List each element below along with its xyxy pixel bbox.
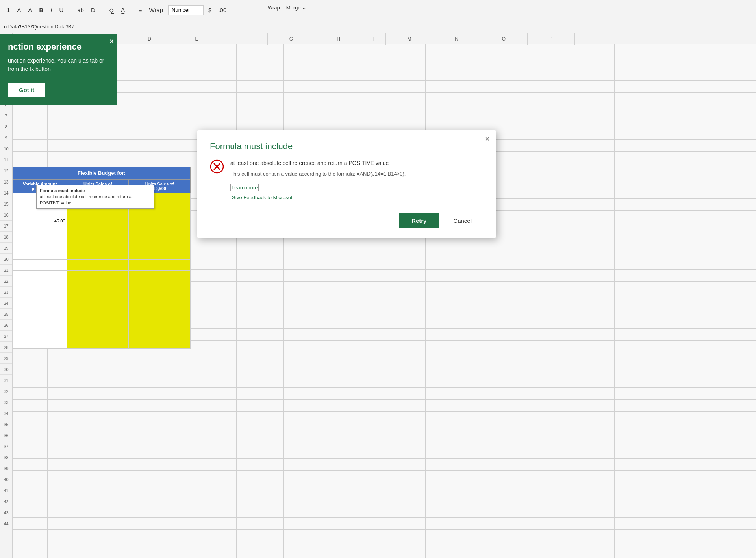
learn-more-link[interactable]: Learn more	[230, 184, 259, 191]
dialog-title: Formula must include	[210, 141, 483, 152]
dialog-content: at least one absolute cell reference and…	[210, 159, 483, 204]
dialog-sub-text: This cell must contain a value according…	[230, 171, 483, 178]
feedback-link[interactable]: Give Feedback to Microsoft	[230, 194, 483, 201]
formula-dialog: Formula must include × at least one abso…	[197, 130, 496, 238]
dialog-close-button[interactable]: ×	[485, 135, 489, 143]
retry-button[interactable]: Retry	[399, 213, 439, 228]
cancel-button[interactable]: Cancel	[442, 213, 483, 228]
dialog-text-area: at least one absolute cell reference and…	[230, 159, 483, 204]
dialog-main-text: at least one absolute cell reference and…	[230, 159, 483, 167]
dialog-buttons: Retry Cancel	[210, 213, 483, 228]
error-icon	[210, 159, 224, 175]
dialog-overlay: Formula must include × at least one abso…	[0, 0, 756, 558]
